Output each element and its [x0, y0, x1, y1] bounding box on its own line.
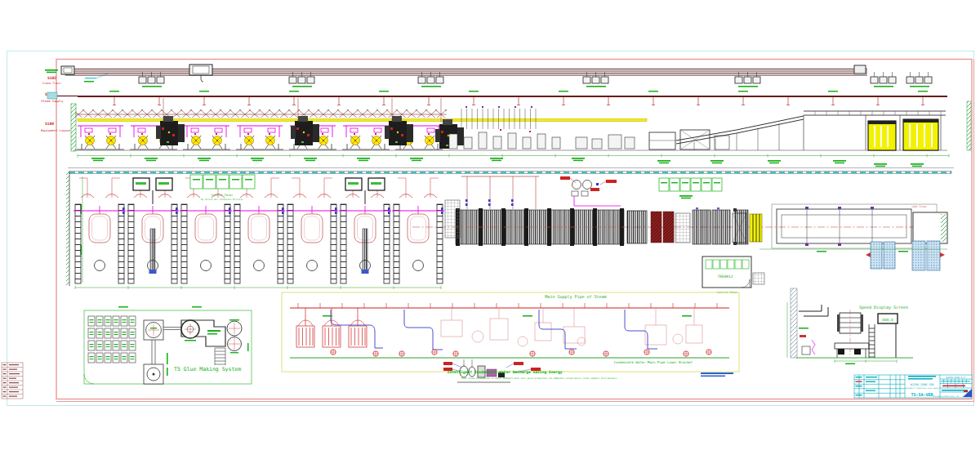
speed-display-value: 888.8: [882, 318, 893, 322]
steam-supply-pipe: [47, 91, 947, 105]
revision-table: [2, 363, 23, 399]
title-drawing-no: WJ250-2500-15B: [911, 383, 934, 386]
control-panel-row-2: [659, 178, 722, 199]
user-machines-sketch: [441, 308, 702, 346]
recharge-headline: Intelligent Condensate Water Recharge sa…: [447, 370, 562, 374]
control-room: TRE8912 Control Room: [702, 256, 764, 294]
cad-sheet: 5102 Crane Track 5101 Steam Supply 5100 …: [0, 0, 980, 455]
control-panel-row-1: Control Panel By Series Air Condition El…: [190, 175, 255, 201]
margin-label-1: Crane Track: [42, 82, 60, 85]
title-sheet-title: Automatic Production Line Layout: [905, 387, 940, 390]
crane-busbar: [61, 65, 932, 87]
glue-tanks: [144, 319, 242, 384]
elevation-view: [71, 98, 971, 167]
margin-code-3: 5100: [45, 122, 54, 126]
title-block: WJ250-2500-2-V WJ250-2500-15B Automatic …: [854, 375, 972, 398]
incline-conveyor: [649, 111, 946, 150]
conveyor-note: 1400 72rpm: [911, 205, 926, 208]
speed-display-elevation: 888.8 Speed Display Screen: [787, 288, 913, 364]
control-panel-label: Control Panel: [212, 194, 234, 197]
title-doc-no: WJ250-2500-2-V: [946, 376, 965, 379]
glue-system-plan: T5 Glue Making System: [84, 306, 252, 384]
margin-code-1: 5102: [47, 76, 56, 80]
margin-label-3: Equipment Layout: [41, 128, 71, 132]
title-company: Packaging Machinery Co., Ltd.: [933, 395, 967, 398]
condensate-piping: [331, 310, 657, 350]
pallet-stacks: [866, 241, 945, 270]
glue-kitchen: [560, 176, 621, 206]
stacker-panels: [868, 119, 938, 150]
room-code: TRE8912: [718, 274, 733, 279]
plan-view: Control Panel By Series Air Condition El…: [66, 168, 954, 294]
steam-main-title: Main Supply Pipe of Steam: [545, 294, 606, 300]
speed-screen-label: Speed Display Screen: [859, 305, 908, 310]
dryer-section: [456, 176, 624, 246]
control-room-label: Control Room: [717, 291, 737, 294]
control-panel-sub: By Series Air Condition Electric: [201, 198, 243, 201]
condensate-bracket-label: Condensate Water Main Pipe Lower Bracket: [614, 360, 693, 364]
steam-schematic: Main Supply Pipe of Steam Condensate Wat…: [282, 292, 739, 382]
glue-system-label: T5 Glue Making System: [174, 366, 241, 372]
pallet-grid: [88, 316, 136, 363]
title-model: TS-SA-VER: [911, 392, 933, 397]
recharge-note: Total Steam Consumption is about 3000kg/…: [461, 377, 618, 380]
